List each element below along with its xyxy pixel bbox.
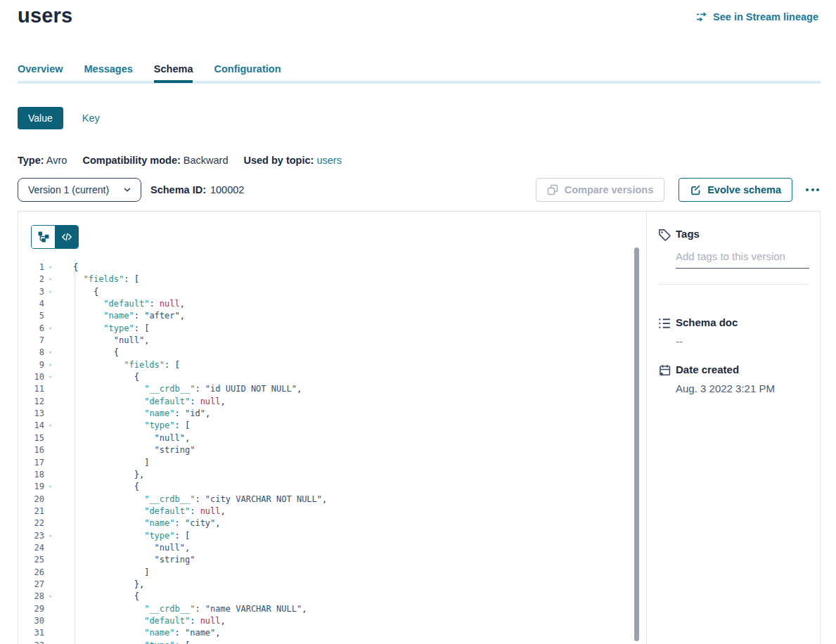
line-number: 9 bbox=[18, 359, 44, 371]
line-number: 22 bbox=[18, 517, 44, 529]
fold-gutter bbox=[44, 505, 56, 517]
version-select[interactable]: Version 1 (current) bbox=[18, 178, 141, 202]
tab-messages[interactable]: Messages bbox=[84, 63, 133, 83]
fold-arrow-icon[interactable]: ▾ bbox=[44, 481, 56, 493]
tab-overview[interactable]: Overview bbox=[18, 63, 63, 83]
compare-versions-label: Compare versions bbox=[565, 184, 654, 195]
code-line: 4 "default": null, bbox=[18, 298, 630, 310]
fold-gutter bbox=[44, 579, 56, 591]
code-text: "name": "id", bbox=[56, 408, 210, 420]
code-text: "default": null, bbox=[56, 505, 226, 517]
code-text: "default": null, bbox=[56, 298, 185, 310]
line-number: 16 bbox=[18, 444, 44, 456]
code-text: "name": "name", bbox=[56, 627, 221, 639]
code-line: 9▾ "fields": [ bbox=[18, 359, 630, 371]
tree-view-button[interactable] bbox=[32, 226, 55, 248]
line-number: 13 bbox=[18, 408, 44, 420]
code-text: "name": "city", bbox=[56, 517, 221, 529]
code-line: 6▾ "type": [ bbox=[18, 323, 630, 335]
add-tags-input[interactable] bbox=[676, 250, 809, 269]
line-number: 12 bbox=[18, 396, 44, 408]
line-number: 5 bbox=[18, 310, 44, 322]
tab-schema[interactable]: Schema bbox=[154, 63, 193, 83]
fold-gutter bbox=[44, 383, 56, 395]
fold-gutter bbox=[44, 494, 56, 505]
tab-configuration[interactable]: Configuration bbox=[214, 63, 281, 83]
line-number: 19 bbox=[18, 481, 44, 493]
fold-gutter bbox=[44, 444, 56, 456]
code-view-button[interactable] bbox=[55, 226, 78, 248]
value-toggle-button[interactable]: Value bbox=[18, 107, 63, 129]
code-line: 12 "default": null, bbox=[18, 396, 630, 408]
schema-doc-icon bbox=[658, 317, 671, 330]
fold-arrow-icon[interactable]: ▾ bbox=[44, 371, 56, 383]
line-number: 8 bbox=[18, 347, 44, 359]
schema-meta: Type: Avro Compatibility mode: Backward … bbox=[18, 155, 342, 166]
code-text: "string" bbox=[56, 444, 195, 456]
fold-arrow-icon[interactable]: ▾ bbox=[44, 347, 56, 359]
code-text: "default": null, bbox=[56, 615, 226, 627]
fold-arrow-icon[interactable]: ▾ bbox=[44, 359, 56, 371]
evolve-schema-button[interactable]: Evolve schema bbox=[679, 178, 792, 202]
fold-arrow-icon[interactable]: ▾ bbox=[44, 323, 56, 335]
code-line: 23▾ "type": [ bbox=[18, 530, 630, 542]
code-view-icon bbox=[61, 231, 72, 243]
stream-lineage-icon bbox=[696, 12, 708, 22]
fold-gutter bbox=[44, 542, 56, 554]
code-line: 31 "name": "name", bbox=[18, 627, 630, 639]
code-text: "type": [ bbox=[56, 640, 190, 644]
used-by-topic-label: Used by topic: bbox=[243, 155, 314, 166]
type-label: Type: bbox=[18, 155, 44, 166]
type-value: Avro bbox=[46, 155, 67, 166]
line-number: 17 bbox=[18, 457, 44, 469]
line-number: 7 bbox=[18, 335, 44, 347]
schema-id-label: Schema ID: bbox=[150, 184, 206, 195]
fold-arrow-icon[interactable]: ▾ bbox=[44, 286, 56, 298]
line-number: 26 bbox=[18, 567, 44, 579]
key-toggle-button[interactable]: Key bbox=[82, 112, 100, 124]
schema-panel: 1▾{2▾ "fields": [3▾ {4 "default": null,5… bbox=[18, 211, 821, 644]
code-line: 32▾ "type": [ bbox=[18, 640, 630, 644]
fold-arrow-icon[interactable]: ▾ bbox=[44, 640, 56, 644]
code-line: 17 ] bbox=[18, 457, 630, 469]
schema-doc-title: Schema doc bbox=[676, 316, 738, 328]
fold-gutter bbox=[44, 615, 56, 627]
code-line: 29 "__crdb__": "name VARCHAR NULL", bbox=[18, 603, 630, 615]
line-number: 1 bbox=[18, 262, 44, 273]
code-line: 18 }, bbox=[18, 469, 630, 481]
line-number: 23 bbox=[18, 530, 44, 542]
compare-versions-button[interactable]: Compare versions bbox=[536, 178, 665, 202]
tab-nav: Overview Messages Schema Configuration bbox=[18, 63, 281, 83]
fold-gutter bbox=[44, 298, 56, 310]
code-line: 21 "default": null, bbox=[18, 505, 630, 517]
fold-arrow-icon[interactable]: ▾ bbox=[44, 591, 56, 603]
code-lines: 1▾{2▾ "fields": [3▾ {4 "default": null,5… bbox=[18, 262, 630, 644]
line-number: 21 bbox=[18, 505, 44, 517]
code-line: 16 "string" bbox=[18, 444, 630, 456]
code-line: 10▾ { bbox=[18, 371, 630, 383]
code-line: 5 "name": "after", bbox=[18, 310, 630, 322]
line-number: 29 bbox=[18, 603, 44, 615]
fold-gutter bbox=[44, 457, 56, 469]
fold-arrow-icon[interactable]: ▾ bbox=[44, 273, 56, 285]
fold-arrow-icon[interactable]: ▾ bbox=[44, 420, 56, 432]
line-number: 3 bbox=[18, 286, 44, 298]
fold-gutter bbox=[44, 567, 56, 579]
topic-link[interactable]: users bbox=[316, 155, 341, 166]
more-options-button[interactable] bbox=[804, 184, 821, 195]
code-text: "default": null, bbox=[56, 396, 226, 408]
code-text: "__crdb__": "name VARCHAR NULL", bbox=[56, 603, 307, 615]
code-line: 25 "string" bbox=[18, 554, 630, 566]
code-text: "fields": [ bbox=[56, 273, 139, 285]
fold-gutter bbox=[44, 408, 56, 420]
line-number: 11 bbox=[18, 383, 44, 395]
stream-lineage-link[interactable]: See in Stream lineage bbox=[696, 11, 818, 22]
line-number: 10 bbox=[18, 371, 44, 383]
fold-arrow-icon[interactable]: ▾ bbox=[44, 530, 56, 542]
code-text: "string" bbox=[56, 554, 195, 566]
evolve-schema-label: Evolve schema bbox=[707, 184, 781, 195]
editor-scrollbar-thumb[interactable] bbox=[634, 247, 639, 641]
code-text: ] bbox=[56, 457, 149, 469]
fold-arrow-icon[interactable]: ▾ bbox=[44, 262, 56, 273]
code-line: 7 "null", bbox=[18, 335, 630, 347]
